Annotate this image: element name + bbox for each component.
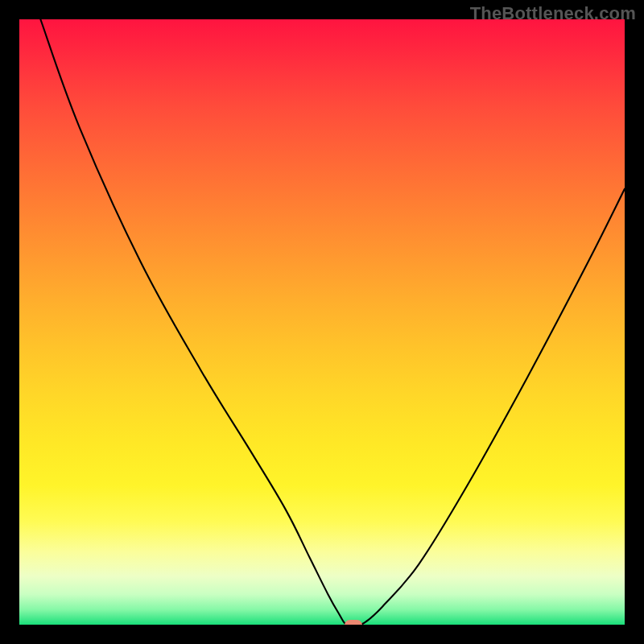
chart-frame: TheBottleneck.com xyxy=(0,0,644,644)
curve-svg xyxy=(19,19,625,625)
optimum-marker xyxy=(345,620,362,625)
bottleneck-curve xyxy=(40,19,625,625)
plot-area xyxy=(19,19,625,625)
watermark-text: TheBottleneck.com xyxy=(470,3,636,24)
